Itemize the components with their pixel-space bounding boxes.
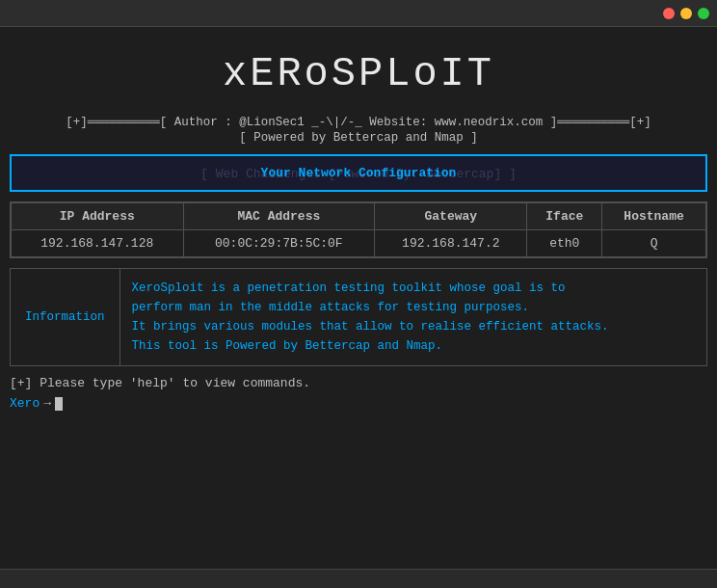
terminal-window: xERoSPLoIT [+]══════════[ Author : @Lion… — [0, 0, 717, 588]
col-ip: IP Address — [12, 203, 184, 230]
powered-line: [ Powered by Bettercap and Nmap ] — [10, 131, 707, 145]
prompt-label: Xero — [10, 396, 40, 411]
logo-area: xERoSPLoIT — [10, 35, 707, 112]
prompt-line[interactable]: Xero → — [10, 396, 707, 411]
network-table-wrapper: IP Address MAC Address Gateway Iface Hos… — [10, 201, 707, 258]
table-row: 192.168.147.128 00:0C:29:7B:5C:0F 192.16… — [12, 230, 706, 257]
col-mac: MAC Address — [183, 203, 375, 230]
info-label: Information — [11, 269, 120, 365]
info-line-1: XeroSploit is a penetration testing tool… — [132, 281, 566, 295]
close-button[interactable] — [663, 8, 675, 19]
cell-mac: 00:0C:29:7B:5C:0F — [183, 230, 375, 257]
network-config-title: Your Network Configuration — [21, 166, 696, 180]
col-iface: Iface — [527, 203, 602, 230]
terminal-content: xERoSPLoIT [+]══════════[ Author : @Lion… — [0, 27, 717, 569]
info-line-3: It brings various modules that allow to … — [132, 320, 609, 334]
network-config-box: [ Web Challenges [Powered By: Bettercap]… — [10, 154, 707, 192]
col-gateway: Gateway — [375, 203, 527, 230]
table-header-row: IP Address MAC Address Gateway Iface Hos… — [12, 203, 706, 230]
help-line: [+] Please type 'help' to view commands. — [10, 376, 707, 390]
info-line-2: perform man in the middle attacks for te… — [132, 301, 530, 314]
prompt-cursor[interactable] — [55, 397, 63, 411]
author-line: [+]══════════[ Author : @LionSec1 _-\|/-… — [10, 116, 707, 129]
bottom-bar — [0, 569, 717, 588]
col-hostname: Hostname — [602, 203, 706, 230]
network-table: IP Address MAC Address Gateway Iface Hos… — [11, 202, 706, 257]
cell-gateway: 192.168.147.2 — [375, 230, 527, 257]
cell-hostname: Q — [602, 230, 706, 257]
logo-text: xERoSPLoIT — [223, 44, 494, 104]
info-content: XeroSploit is a penetration testing tool… — [120, 269, 621, 365]
title-bar — [0, 0, 717, 27]
cell-iface: eth0 — [527, 230, 602, 257]
info-line-4: This tool is Powered by Bettercap and Nm… — [132, 339, 443, 353]
cell-ip: 192.168.147.128 — [12, 230, 184, 257]
minimize-button[interactable] — [680, 8, 692, 19]
maximize-button[interactable] — [698, 8, 709, 19]
prompt-arrow: → — [43, 396, 51, 411]
info-box: Information XeroSploit is a penetration … — [10, 268, 707, 366]
